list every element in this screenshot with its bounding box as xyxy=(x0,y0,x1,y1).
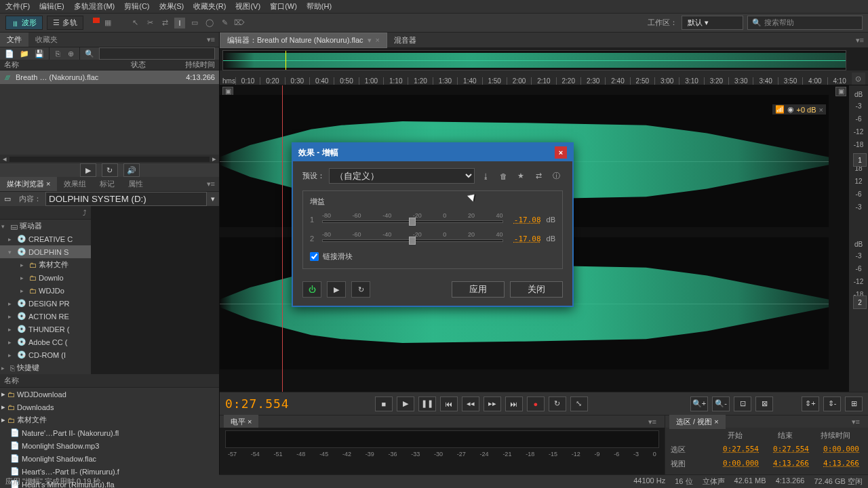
zoom-out-icon[interactable]: 🔍- xyxy=(712,396,730,411)
menu-view[interactable]: 视图(V) xyxy=(235,1,260,12)
menu-help[interactable]: 帮助(H) xyxy=(307,1,332,12)
drive-folder[interactable]: ▸🗀素材文件 xyxy=(0,258,91,271)
drive-folder[interactable]: ▸🗀Downlo xyxy=(0,271,91,284)
zoom-in-icon[interactable]: 🔍+ xyxy=(690,396,708,411)
gain-value-ch2[interactable]: -17.08 xyxy=(509,235,541,243)
view-end-value[interactable]: 4:13.266 xyxy=(762,459,809,472)
close-button[interactable]: 关闭 xyxy=(510,281,563,298)
drive-item[interactable]: ▾💿DOLPHIN S xyxy=(0,245,91,258)
tab-mixer[interactable]: 混音器 xyxy=(387,33,423,47)
drive-item[interactable]: ▸💿ACTION RE xyxy=(0,310,91,323)
content-dropdown-icon[interactable]: ▾ xyxy=(211,195,215,203)
workspace-select[interactable]: 默认 ▾ xyxy=(682,16,743,30)
drive-folder[interactable]: ▸🗀WDJDo xyxy=(0,284,91,297)
skip-end-button[interactable]: ⏭ xyxy=(505,396,523,411)
move-tool-icon[interactable]: ↖ xyxy=(130,18,140,28)
media-panel-menu-icon[interactable]: ▾≡ xyxy=(203,180,219,188)
view-multitrack-button[interactable]: ☰多轨 xyxy=(47,16,83,30)
stop-button[interactable]: ■ xyxy=(375,396,393,411)
folder-item[interactable]: ▸🗀Downloads xyxy=(0,401,219,413)
effect-loop-button[interactable]: ↻ xyxy=(351,281,370,298)
slip-tool-icon[interactable]: ⇄ xyxy=(159,18,170,28)
menu-multitrack[interactable]: 多轨混音(M) xyxy=(74,1,115,12)
zoom-reset-v-icon[interactable]: ⊞ xyxy=(845,396,863,411)
brush-tool-icon[interactable]: ✎ xyxy=(219,18,230,28)
skip-selection-button[interactable]: ⤡ xyxy=(570,396,588,411)
view-waveform-button[interactable]: ⫼波形 xyxy=(5,16,43,30)
shortcuts-item[interactable]: ▸⎘快捷键 xyxy=(0,361,91,374)
zoom-in-v-icon[interactable]: ⇕+ xyxy=(802,396,819,411)
preset-favorite-icon[interactable]: ★ xyxy=(514,169,528,183)
dialog-close-button[interactable]: × xyxy=(555,146,567,159)
record-button[interactable]: ● xyxy=(527,396,545,411)
channel-badge-1[interactable]: 1 xyxy=(853,153,867,167)
lasso-tool-icon[interactable]: ◯ xyxy=(204,18,215,28)
slider-thumb[interactable] xyxy=(409,218,416,226)
tab-editor[interactable]: 编辑器：Breath of Nature (Nakoruru).flac▾× xyxy=(220,33,387,48)
close-hud-icon[interactable]: × xyxy=(819,106,823,114)
menu-clip[interactable]: 剪辑(C) xyxy=(124,1,149,12)
up-icon[interactable]: ⤴ xyxy=(83,209,87,217)
nav-back-icon[interactable]: ▭ xyxy=(4,195,15,203)
time-select-tool-icon[interactable]: I xyxy=(174,18,185,28)
file-item[interactable]: 📄Nature'…Part II- (Nakoruru).fl xyxy=(0,426,219,439)
file-item[interactable]: 📄Moonlight Shadow.mp3 xyxy=(0,439,219,452)
preview-autoplay-button[interactable]: 🔊 xyxy=(123,163,140,177)
gain-slider-ch1[interactable]: -80-60-40-2002040 xyxy=(322,212,503,227)
timeline-ruler[interactable]: hms 0:100:200:300:400:501:001:101:201:30… xyxy=(220,70,868,85)
slider-thumb[interactable] xyxy=(409,237,416,245)
hud-gain[interactable]: 📶◉+0 dB× xyxy=(772,104,827,115)
content-path-input[interactable] xyxy=(45,192,207,206)
gain-value-ch1[interactable]: -17.08 xyxy=(509,216,541,224)
preset-save-icon[interactable]: ⭳ xyxy=(479,169,492,183)
search-help-input[interactable]: 🔍搜索帮助 xyxy=(747,16,863,30)
tab-dropdown-icon[interactable]: ▾ xyxy=(368,36,372,45)
spectral-icon[interactable]: ▦ xyxy=(102,18,113,28)
filter-search-icon[interactable]: 🔍 xyxy=(84,47,95,60)
effect-preview-play-button[interactable]: ▶ xyxy=(327,281,346,298)
menu-edit[interactable]: 编辑(E) xyxy=(39,1,64,12)
sel-dur-value[interactable]: 0:00.000 xyxy=(812,445,859,458)
tab-close-icon[interactable]: × xyxy=(376,36,380,44)
tab-favorites[interactable]: 收藏夹 xyxy=(28,33,64,47)
selview-menu-icon[interactable]: ▾≡ xyxy=(848,418,864,426)
effect-power-button[interactable]: ⏻ xyxy=(302,281,321,298)
file-filter-input[interactable] xyxy=(99,47,215,60)
healing-tool-icon[interactable]: ⌦ xyxy=(234,18,245,28)
tab-media-browser[interactable]: 媒体浏览器 × xyxy=(0,177,57,191)
menu-file[interactable]: 文件(F) xyxy=(5,1,30,12)
apply-button[interactable]: 应用 xyxy=(452,281,505,298)
channel-badge-2[interactable]: 2 xyxy=(853,296,867,309)
skip-start-button[interactable]: ⏮ xyxy=(440,396,458,411)
drive-item[interactable]: ▸💿CD-ROM (I xyxy=(0,348,91,361)
forward-button[interactable]: ▸▸ xyxy=(484,396,501,411)
insert-icon[interactable]: ⊕ xyxy=(66,47,75,60)
timecode-display[interactable]: 0:27.554 xyxy=(225,396,290,411)
tab-levels[interactable]: 电平 × xyxy=(224,415,258,429)
filetree-name-col[interactable]: 名称 xyxy=(4,375,19,386)
preset-delete-icon[interactable]: 🗑 xyxy=(496,169,510,183)
panel-menu-icon[interactable]: ▾≡ xyxy=(203,35,219,44)
open-folder-icon[interactable]: 📁 xyxy=(19,47,30,60)
zoom-full-icon[interactable]: ⊡ xyxy=(734,396,751,411)
zoom-out-v-icon[interactable]: ⇕- xyxy=(823,396,841,411)
loop-button[interactable]: ↻ xyxy=(549,396,566,411)
col-duration[interactable]: 持续时间 xyxy=(172,60,215,70)
menu-window[interactable]: 窗口(W) xyxy=(270,1,297,12)
ch-toggle-right-icon[interactable]: ▣ xyxy=(835,87,846,96)
col-status[interactable]: 状态 xyxy=(131,60,172,70)
import-icon[interactable]: ⎘ xyxy=(54,47,62,60)
dialog-titlebar[interactable]: 效果 - 增幅 × xyxy=(293,144,572,161)
drives-root[interactable]: ▾🖴驱动器 xyxy=(0,220,91,232)
sel-start-value[interactable]: 0:27.554 xyxy=(711,445,759,458)
drive-item[interactable]: ▸💿THUNDER ( xyxy=(0,323,91,336)
drive-item[interactable]: ▸💿DESIGN PR xyxy=(0,297,91,310)
marquee-tool-icon[interactable]: ▭ xyxy=(189,18,200,28)
tab-files[interactable]: 文件 xyxy=(0,33,28,47)
play-button[interactable]: ▶ xyxy=(397,396,414,411)
pause-button[interactable]: ❚❚ xyxy=(418,396,436,411)
folder-item[interactable]: ▸🗀WDJDownload xyxy=(0,388,219,401)
pin-waveform-icon[interactable]: ⊙ xyxy=(852,73,865,85)
link-sliders-checkbox[interactable] xyxy=(310,252,319,261)
file-row[interactable]: ⫻ Breath … (Nakoruru).flac 4:13.266 xyxy=(0,70,219,84)
